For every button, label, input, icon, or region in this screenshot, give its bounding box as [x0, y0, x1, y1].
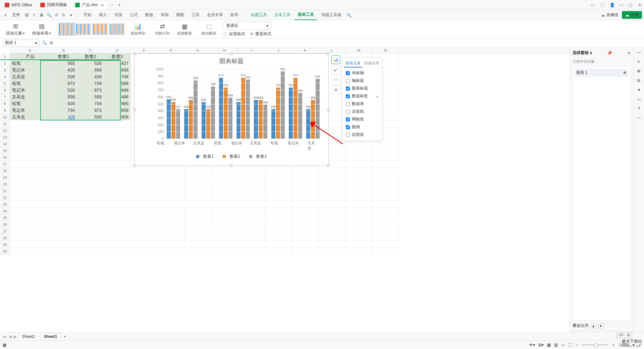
tab-view[interactable]: 视图 [173, 10, 187, 20]
file-menu[interactable]: 文件 [9, 12, 23, 18]
redo-icon[interactable]: ↻ [60, 13, 67, 17]
share-button[interactable]: ☁ 分享 [622, 11, 642, 19]
add-element-button[interactable]: ⊞添加元素 ▾ [3, 20, 28, 38]
ribbon: ⊞添加元素 ▾ ▤快速布局 ▾ 📊更改类型 ⇄切换行列 ▦选择数据 ⬚移动图表 … [0, 20, 644, 39]
formula-bar: 图表 1▾ 🔍 fx [0, 39, 644, 47]
tab-page[interactable]: 页面 [111, 10, 126, 20]
tab-charttools[interactable]: 图表工具 [294, 10, 317, 20]
tab-menu-button[interactable]: ▾ [116, 3, 123, 7]
set-format-button[interactable]: ⬚ 设置格式 [223, 31, 245, 37]
swap-rowcol-button[interactable]: ⇄切换行列 [152, 20, 172, 38]
tab-efficiency[interactable]: 效率 [227, 10, 242, 20]
app-tab-wps[interactable]: WPS Office [1, 1, 36, 9]
change-type-icon: 📊 [134, 23, 142, 30]
menubar: ≡ 文件 🖫 ⇪ 🖶 🔍 ↺ ↻ ▾ 开始 插入 页面 公式 数据 审阅 视图 … [0, 10, 644, 20]
maximize-button[interactable]: ▢ [629, 3, 633, 7]
style-thumb-1[interactable] [59, 23, 74, 35]
tab-vip[interactable]: 会员专享 [204, 10, 226, 20]
save-icon[interactable]: 🖫 [23, 13, 30, 17]
search-icon[interactable]: 🔍 [345, 13, 352, 17]
chevron-down-icon: ▾ [266, 23, 268, 28]
name-box[interactable]: 图表 1▾ [3, 40, 40, 46]
cloud-status[interactable]: ☁ 有修改 [601, 12, 619, 18]
layout-icon: ▤ [39, 22, 45, 30]
chevron-down-icon: ▾ [35, 41, 37, 45]
tab-review[interactable]: 审阅 [157, 10, 172, 20]
style-thumb-4[interactable] [109, 23, 125, 35]
select-data-button[interactable]: ▦选择数据 [174, 20, 195, 38]
new-tab-button[interactable]: ＋ [108, 2, 116, 8]
export-icon[interactable]: ⇪ [31, 13, 38, 17]
avatar-icon[interactable]: 👤 [610, 3, 614, 7]
select-data-icon: ▦ [182, 23, 187, 30]
modified-dot-icon: ● [101, 3, 104, 7]
change-type-button[interactable]: 📊更改类型 [128, 20, 148, 38]
chart-area-select[interactable]: 图表区▾ [223, 22, 271, 30]
zoom-fx-icon[interactable]: 🔍 [42, 41, 47, 45]
tab-formula[interactable]: 公式 [126, 10, 141, 20]
fx-label: fx [50, 41, 53, 45]
app-tab-document[interactable]: 产品.xlsx● [72, 1, 107, 9]
tab-tools[interactable]: 工具 [188, 10, 203, 20]
template-icon [40, 3, 45, 7]
cube-icon[interactable]: ⬚ [600, 3, 605, 7]
minimize-button[interactable]: — [619, 3, 624, 7]
style-thumb-3[interactable] [93, 23, 108, 35]
reset-style-button[interactable]: ⟲ 重置样式 [250, 31, 271, 37]
tab-smart[interactable]: 智能工具箱 [318, 10, 345, 20]
titlebar: WPS Office 找稻壳模板 产品.xlsx● ＋ ▾ ▭ ⬚ 👤 — ▢ … [0, 0, 644, 10]
tab-drawtools[interactable]: 绘图工具 [248, 10, 270, 20]
chart-style-gallery[interactable] [58, 22, 126, 36]
formula-input[interactable] [56, 40, 641, 46]
tab-texttools[interactable]: 文本工具 [271, 10, 294, 20]
app-tab-template[interactable]: 找稻壳模板 [37, 1, 70, 9]
tab-insert[interactable]: 插入 [96, 10, 110, 20]
preview-icon[interactable]: 🔍 [46, 13, 52, 17]
tab-start[interactable]: 开始 [80, 10, 95, 20]
sheet-icon [75, 3, 80, 7]
box-icon[interactable]: ▭ [591, 3, 596, 7]
move-icon: ⬚ [206, 23, 212, 30]
move-chart-button[interactable]: ⬚移动图表 [199, 20, 219, 38]
swap-icon: ⇄ [160, 23, 165, 30]
print-icon[interactable]: 🖶 [38, 13, 45, 17]
undo-icon[interactable]: ↺ [53, 13, 60, 17]
close-button[interactable]: ✕ [638, 3, 643, 7]
add-element-icon: ⊞ [13, 22, 18, 30]
tab-data[interactable]: 数据 [142, 10, 157, 20]
fast-layout-button[interactable]: ▤快速布局 ▾ [30, 20, 54, 38]
style-thumb-2[interactable] [76, 23, 91, 35]
dropdown-icon[interactable]: ▾ [68, 13, 74, 17]
hamburger-icon[interactable]: ≡ [2, 13, 9, 17]
wps-logo-icon [5, 3, 9, 7]
